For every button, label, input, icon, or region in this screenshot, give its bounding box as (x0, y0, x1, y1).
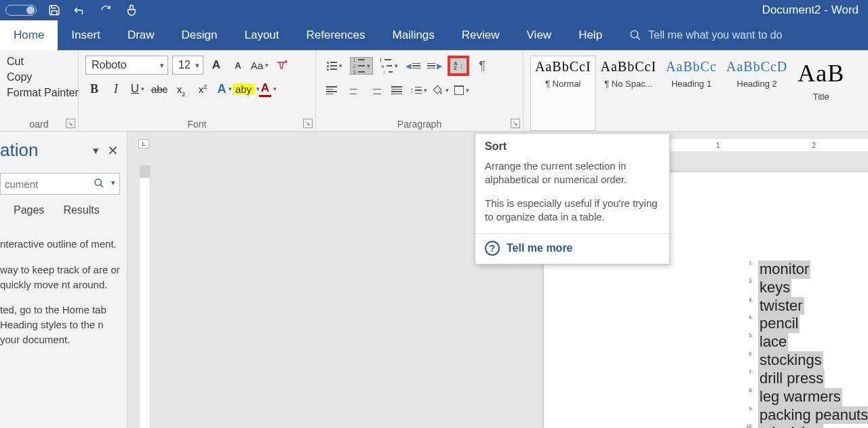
save-icon[interactable] (45, 2, 64, 18)
sort-button[interactable]: AZ ↓ (448, 56, 469, 76)
font-size-combo[interactable]: 12 (172, 56, 203, 75)
font-dialog-icon[interactable]: ↘ (303, 119, 313, 128)
paragraph-dialog-icon[interactable]: ↘ (511, 119, 520, 128)
tooltip-title: Sort (485, 140, 660, 153)
tab-review[interactable]: Review (448, 20, 513, 50)
nav-pane-title: ation (0, 140, 84, 161)
bold-button[interactable]: B (85, 80, 103, 98)
show-hide-marks-button[interactable]: ¶ (473, 57, 491, 75)
format-painter-button[interactable]: Format Painter (7, 87, 81, 99)
ribbon-tabs: Home Insert Draw Design Layout Reference… (0, 20, 868, 50)
bullets-button[interactable] (323, 57, 346, 75)
title-bar: Document2 - Word (0, 0, 868, 20)
navigation-pane: ation ▼ ✕ Pages Results nteractive outli… (0, 132, 127, 428)
style-heading-2[interactable]: AaBbCcDHeading 2 (722, 56, 792, 131)
line-spacing-button[interactable]: ↕ (410, 81, 427, 99)
style---no-spac---[interactable]: AaBbCcI¶ No Spac... (596, 56, 662, 131)
tell-me-placeholder: Tell me what you want to do (648, 29, 782, 41)
list-item[interactable]: 6.stockings (734, 351, 868, 370)
svg-line-1 (637, 37, 640, 40)
decrease-indent-icon[interactable]: ◀ (404, 57, 422, 75)
nav-close-icon[interactable]: ✕ (107, 142, 119, 159)
tab-design[interactable]: Design (168, 20, 231, 50)
list-item[interactable]: 1.monitor (734, 260, 868, 279)
nav-tabs: Pages Results (0, 204, 127, 223)
align-right-icon[interactable] (366, 81, 384, 99)
nav-tab-results[interactable]: Results (63, 204, 99, 216)
subscript-button[interactable]: x (172, 80, 190, 98)
highlight-button[interactable]: aby (237, 80, 255, 98)
style-heading-1[interactable]: AaBbCcHeading 1 (661, 56, 722, 131)
sort-tooltip: Sort Arrange the current selection in al… (475, 133, 670, 265)
search-icon[interactable] (94, 178, 104, 189)
text-effects-button[interactable]: A (216, 80, 233, 98)
shrink-font-icon[interactable]: A (229, 56, 247, 74)
redo-icon[interactable] (96, 2, 115, 18)
numbering-button[interactable]: 123 (350, 57, 373, 75)
grow-font-icon[interactable]: A (208, 56, 225, 74)
svg-line-3 (100, 184, 103, 187)
nav-dropdown-icon[interactable]: ▼ (84, 145, 107, 156)
list-item[interactable]: 8.leg warmers (734, 388, 868, 406)
cut-button[interactable]: Cut (7, 56, 81, 68)
svg-point-0 (631, 31, 638, 38)
list-item[interactable]: 10.television (734, 424, 868, 428)
list-item[interactable]: 7.drill press (734, 370, 868, 388)
ribbon: Cut Copy Format Painter oard ↘ Roboto 12… (0, 50, 868, 132)
tab-draw[interactable]: Draw (114, 20, 168, 50)
undo-icon[interactable] (71, 2, 90, 18)
svg-point-2 (95, 179, 101, 185)
autosave-toggle[interactable] (5, 5, 37, 16)
clear-formatting-icon[interactable] (273, 56, 290, 74)
nav-tab-pages[interactable]: Pages (14, 204, 44, 216)
clipboard-dialog-icon[interactable]: ↘ (66, 119, 75, 128)
window-title: Document2 - Word (762, 3, 863, 17)
styles-gallery[interactable]: AaBbCcI¶ NormalAaBbCcI¶ No Spac...AaBbCc… (524, 50, 868, 131)
ruler-corner: L (138, 139, 149, 149)
list-item[interactable]: 3.twister (734, 297, 868, 315)
tab-help[interactable]: Help (565, 20, 616, 50)
tab-mailings[interactable]: Mailings (378, 20, 448, 50)
list-item[interactable]: 2.keys (734, 279, 868, 297)
change-case-button[interactable]: Aa (251, 56, 269, 74)
font-color-button[interactable]: A (259, 80, 277, 98)
style-title[interactable]: AaBTitle (792, 56, 850, 131)
tab-layout[interactable]: Layout (231, 20, 292, 50)
tooltip-body-2: This is especially useful if you're tryi… (485, 197, 660, 225)
tab-references[interactable]: References (293, 20, 379, 50)
shading-button[interactable] (431, 81, 449, 99)
copy-button[interactable]: Copy (7, 71, 81, 83)
align-center-icon[interactable] (344, 81, 362, 99)
nav-search-input[interactable] (1, 174, 92, 194)
increase-indent-icon[interactable]: ▶ (426, 57, 443, 75)
style---normal[interactable]: AaBbCcI¶ Normal (530, 56, 596, 131)
tooltip-body: Arrange the current selection in alphabe… (485, 159, 660, 187)
italic-button[interactable]: I (107, 80, 125, 98)
tell-me-more-link[interactable]: ? Tell me more (485, 241, 660, 256)
underline-button[interactable]: U (129, 80, 146, 98)
multilevel-list-button[interactable]: 1ai (377, 57, 400, 75)
nav-search-box[interactable] (0, 173, 120, 195)
touch-mode-icon[interactable] (122, 2, 141, 18)
vertical-ruler[interactable] (140, 166, 151, 428)
justify-icon[interactable] (388, 81, 406, 99)
font-name-combo[interactable]: Roboto (85, 56, 168, 75)
tab-insert[interactable]: Insert (58, 20, 114, 50)
superscript-button[interactable]: x (194, 80, 212, 98)
paragraph-group-label: Paragraph (316, 119, 523, 130)
tell-me-search[interactable]: Tell me what you want to do (629, 20, 782, 50)
tab-view[interactable]: View (513, 20, 566, 50)
borders-button[interactable] (453, 81, 471, 99)
list-item[interactable]: 5.lace (734, 333, 868, 351)
tab-home[interactable]: Home (0, 20, 58, 50)
list-item[interactable]: 4.pencil (734, 315, 868, 333)
numbered-list[interactable]: 1.monitor2.keys3.twister4.pencil5.lace6.… (734, 260, 868, 428)
list-item[interactable]: 9.packing peanuts (734, 406, 868, 425)
align-left-icon[interactable] (323, 81, 340, 99)
help-icon: ? (485, 241, 500, 256)
nav-body-text: nteractive outline of ment. way to keep … (0, 223, 127, 347)
strikethrough-button[interactable]: abc (151, 80, 168, 98)
horizontal-ruler[interactable]: 12 (670, 139, 868, 151)
font-group-label: Font (79, 119, 315, 130)
